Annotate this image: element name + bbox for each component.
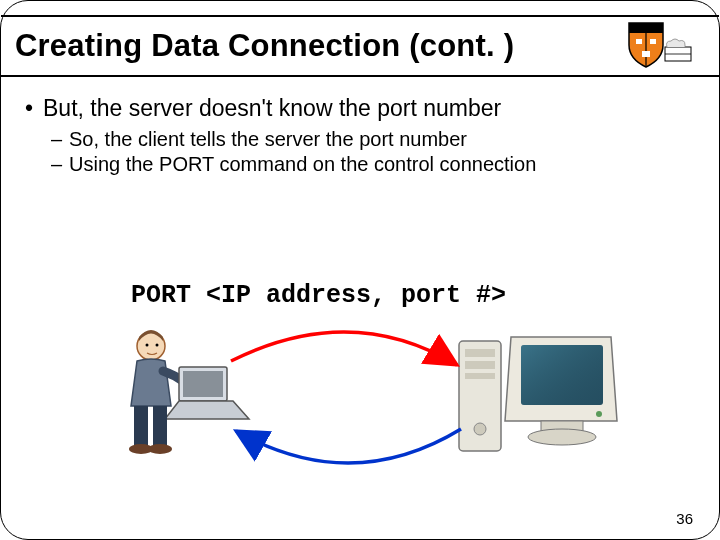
svg-rect-21	[521, 345, 603, 405]
svg-point-24	[528, 429, 596, 445]
slide-title: Creating Data Connection (cont. )	[15, 28, 514, 64]
svg-point-7	[156, 344, 159, 347]
diagram-area	[101, 311, 621, 481]
svg-point-19	[474, 423, 486, 435]
svg-rect-0	[636, 39, 642, 44]
person-at-laptop-icon	[129, 330, 249, 454]
arrow-server-to-client	[236, 429, 461, 463]
desktop-tower-monitor-icon	[459, 337, 617, 451]
arrow-client-to-server	[231, 332, 457, 365]
bullet-main: But, the server doesn't know the port nu…	[25, 95, 695, 122]
princeton-shield-icon	[609, 19, 695, 71]
svg-rect-11	[134, 406, 148, 446]
svg-rect-17	[465, 361, 495, 369]
content-area: But, the server doesn't know the port nu…	[25, 95, 695, 178]
svg-rect-10	[183, 371, 223, 397]
svg-rect-18	[465, 373, 495, 379]
svg-point-6	[146, 344, 149, 347]
svg-point-22	[596, 411, 602, 417]
svg-rect-1	[650, 39, 656, 44]
svg-point-14	[148, 444, 172, 454]
port-command-text: PORT <IP address, port #>	[131, 281, 506, 310]
slide-frame: Creating Data Connection (cont. ) But, t…	[0, 0, 720, 540]
bullet-sub-2: Using the PORT command on the control co…	[25, 153, 695, 176]
svg-rect-12	[153, 406, 167, 446]
svg-rect-16	[465, 349, 495, 357]
bullet-sub-1: So, the client tells the server the port…	[25, 128, 695, 151]
page-number: 36	[676, 510, 693, 527]
svg-rect-2	[642, 51, 650, 57]
